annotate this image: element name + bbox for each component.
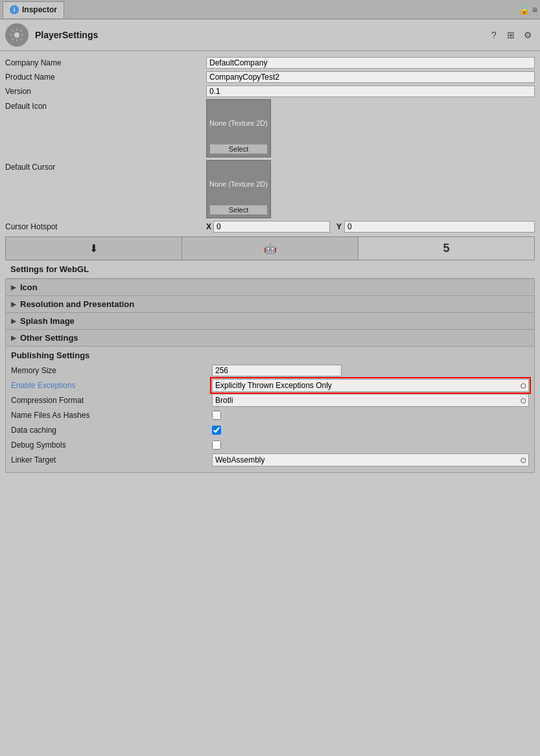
platform-tab-android-icon: 🤖 bbox=[264, 242, 277, 255]
layout-button[interactable]: ⊞ bbox=[504, 28, 518, 42]
linker-target-select[interactable]: WebAssembly asm.js bbox=[212, 453, 529, 466]
platform-tab-webgl[interactable]: 5 bbox=[358, 236, 535, 260]
cursor-hotspot-label: Cursor Hotspot bbox=[5, 222, 206, 231]
hotspot-y-input[interactable] bbox=[344, 221, 535, 233]
player-settings-icon bbox=[5, 23, 29, 47]
memory-size-row: Memory Size bbox=[11, 364, 529, 377]
settings-for-text: Settings for WebGL bbox=[10, 264, 89, 274]
debug-symbols-checkbox[interactable] bbox=[212, 441, 221, 450]
default-icon-texture-box: None (Texture 2D) Select bbox=[206, 99, 271, 157]
settings-for-label: Settings for WebGL bbox=[5, 260, 535, 279]
section-arrow-other: ▶ bbox=[11, 334, 16, 341]
product-name-label: Product Name bbox=[5, 73, 206, 82]
hotspot-y-label: Y bbox=[336, 222, 342, 231]
platform-tab-standalone-icon: ⬇ bbox=[89, 242, 98, 255]
section-header-other[interactable]: ▶ Other Settings bbox=[5, 330, 535, 347]
section-arrow-splash: ▶ bbox=[11, 317, 16, 325]
section-header-splash[interactable]: ▶ Splash Image bbox=[5, 313, 535, 330]
compression-format-label: Compression Format bbox=[11, 396, 212, 405]
platform-tab-android[interactable]: 🤖 bbox=[182, 236, 358, 260]
tab-bar-right: 🔒 ≡ bbox=[519, 5, 537, 15]
section-arrow-icon: ▶ bbox=[11, 284, 16, 291]
default-icon-row: Default Icon None (Texture 2D) Select bbox=[5, 99, 535, 157]
tab-menu-button[interactable]: ≡ bbox=[532, 5, 537, 15]
debug-symbols-row: Debug Symbols bbox=[11, 439, 529, 452]
page-title: PlayerSettings bbox=[35, 30, 480, 40]
hotspot-x-input[interactable] bbox=[213, 221, 330, 233]
header-icons: ? ⊞ ⚙ bbox=[487, 28, 535, 42]
platform-tab-webgl-icon: 5 bbox=[443, 242, 449, 255]
default-cursor-label: Default Cursor bbox=[5, 160, 206, 172]
compression-format-row: Compression Format Disabled Gzip Brotli … bbox=[11, 394, 529, 407]
default-cursor-select-button[interactable]: Select bbox=[209, 205, 268, 215]
default-icon-label: Default Icon bbox=[5, 99, 206, 111]
svg-point-0 bbox=[14, 32, 19, 38]
memory-size-input[interactable] bbox=[212, 365, 342, 376]
section-header-resolution[interactable]: ▶ Resolution and Presentation bbox=[5, 296, 535, 313]
inspector-tab[interactable]: i Inspector bbox=[3, 1, 64, 18]
hotspot-x-label: X bbox=[206, 222, 211, 231]
lock-button[interactable]: 🔒 bbox=[519, 5, 530, 15]
name-files-label: Name Files As Hashes bbox=[11, 411, 212, 420]
inspector-tab-icon: i bbox=[10, 5, 19, 14]
product-name-row: Product Name bbox=[5, 71, 535, 84]
section-label-icon: Icon bbox=[20, 282, 38, 292]
cursor-hotspot-row: Cursor Hotspot X Y bbox=[5, 221, 535, 233]
name-files-row: Name Files As Hashes bbox=[11, 409, 529, 422]
section-label-splash: Splash Image bbox=[20, 316, 75, 326]
linker-target-row: Linker Target WebAssembly asm.js ⬡ bbox=[11, 453, 529, 466]
section-header-icon[interactable]: ▶ Icon bbox=[5, 279, 535, 296]
data-caching-checkbox[interactable] bbox=[212, 426, 221, 435]
inspector-header: PlayerSettings ? ⊞ ⚙ bbox=[0, 19, 540, 51]
company-name-input[interactable] bbox=[206, 57, 535, 69]
data-caching-label: Data caching bbox=[11, 426, 212, 435]
publishing-title: Publishing Settings bbox=[11, 350, 529, 360]
default-cursor-row: Default Cursor None (Texture 2D) Select bbox=[5, 160, 535, 218]
enable-exceptions-select-wrapper: None Explicitly Thrown Exceptions Only F… bbox=[212, 379, 529, 392]
product-name-input[interactable] bbox=[206, 71, 535, 83]
enable-exceptions-row: Enable Exceptions None Explicitly Thrown… bbox=[11, 379, 529, 392]
name-files-checkbox[interactable] bbox=[212, 411, 221, 420]
enable-exceptions-label: Enable Exceptions bbox=[11, 381, 212, 390]
linker-target-label: Linker Target bbox=[11, 455, 212, 464]
enable-exceptions-select[interactable]: None Explicitly Thrown Exceptions Only F… bbox=[212, 379, 529, 392]
inspector-tab-label: Inspector bbox=[22, 5, 57, 14]
default-icon-texture-text: None (Texture 2D) bbox=[209, 102, 268, 144]
memory-size-label: Memory Size bbox=[11, 366, 212, 375]
company-name-label: Company Name bbox=[5, 58, 206, 67]
version-input[interactable] bbox=[206, 86, 535, 97]
default-cursor-texture-text: None (Texture 2D) bbox=[209, 163, 268, 205]
section-label-resolution: Resolution and Presentation bbox=[20, 299, 134, 309]
section-arrow-resolution: ▶ bbox=[11, 301, 16, 308]
help-button[interactable]: ? bbox=[487, 28, 501, 42]
compression-format-select-wrapper: Disabled Gzip Brotli ⬡ bbox=[212, 394, 529, 407]
inspector-tab-bar: i Inspector 🔒 ≡ bbox=[0, 0, 540, 19]
data-caching-row: Data caching bbox=[11, 424, 529, 437]
debug-symbols-label: Debug Symbols bbox=[11, 441, 212, 450]
company-name-row: Company Name bbox=[5, 56, 535, 69]
publishing-section: Publishing Settings Memory Size Enable E… bbox=[5, 347, 535, 473]
platform-tabs: ⬇ 🤖 5 bbox=[5, 236, 535, 260]
version-row: Version bbox=[5, 85, 535, 98]
settings-button[interactable]: ⚙ bbox=[521, 28, 535, 42]
section-label-other: Other Settings bbox=[20, 333, 78, 343]
linker-target-select-wrapper: WebAssembly asm.js ⬡ bbox=[212, 453, 529, 466]
platform-tab-standalone[interactable]: ⬇ bbox=[5, 236, 182, 260]
version-label: Version bbox=[5, 87, 206, 96]
default-icon-select-button[interactable]: Select bbox=[209, 144, 268, 154]
inspector-body: Company Name Product Name Version Defaul… bbox=[0, 51, 540, 478]
default-cursor-texture-box: None (Texture 2D) Select bbox=[206, 160, 271, 218]
compression-format-select[interactable]: Disabled Gzip Brotli bbox=[212, 394, 529, 407]
